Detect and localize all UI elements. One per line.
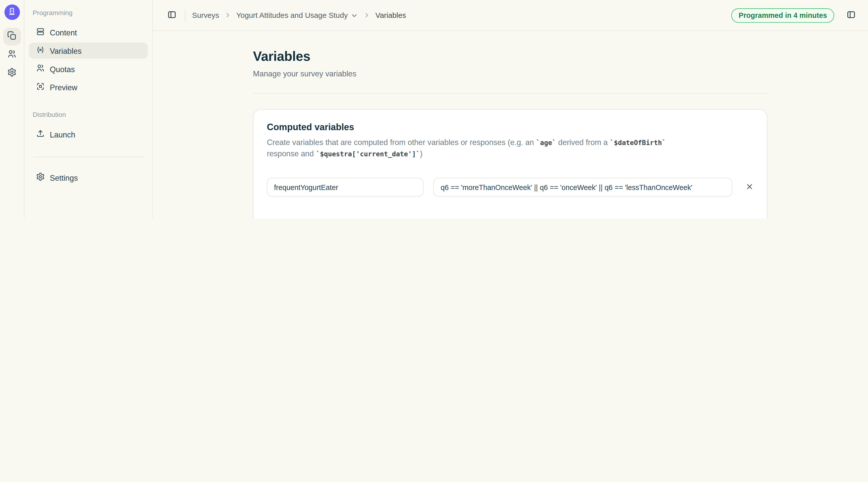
icon-rail: D N xyxy=(0,0,24,219)
breadcrumb-study-label: Yogurt Attitudes and Usage Study xyxy=(236,11,348,19)
computed-variables-description: Create variables that are computed from … xyxy=(267,138,753,159)
gear-icon xyxy=(7,68,17,79)
app-root: D N Programming Content Variables Quotas… xyxy=(0,0,868,219)
remove-variable-button[interactable] xyxy=(742,180,757,194)
programmed-time-badge[interactable]: Programmed in 4 minutes xyxy=(732,8,834,22)
sidebar-item-label: Settings xyxy=(50,173,78,182)
computed-variable-rows xyxy=(267,178,753,219)
breadcrumb-study-dropdown[interactable]: Yogurt Attitudes and Usage Study xyxy=(236,11,359,19)
upload-icon xyxy=(36,129,45,140)
sidebar-item-settings[interactable]: Settings xyxy=(29,170,148,185)
variables-icon xyxy=(36,46,45,56)
page-subtitle: Manage your survey variables xyxy=(253,69,767,78)
rail-item-workspace-settings[interactable] xyxy=(3,64,21,82)
users-icon xyxy=(36,64,45,74)
header-right: Programmed in 4 minutes xyxy=(732,7,859,23)
sidebar: Programming Content Variables Quotas Pre… xyxy=(24,0,153,219)
sidebar-item-launch[interactable]: Launch xyxy=(29,126,148,143)
rail-item-audience[interactable] xyxy=(3,46,21,64)
computed-variables-title: Computed variables xyxy=(267,122,753,132)
chevron-down-icon xyxy=(351,11,359,19)
org-logo[interactable] xyxy=(4,4,20,20)
copy-icon xyxy=(7,31,17,42)
content-column: Surveys Yogurt Attitudes and Usage Study… xyxy=(153,0,868,219)
page-title: Variables xyxy=(253,49,767,64)
desc-text: derived from a xyxy=(556,138,610,147)
desc-code-age: `age` xyxy=(536,139,556,147)
sidebar-section-distribution: Distribution xyxy=(29,111,148,119)
scan-icon xyxy=(36,82,45,92)
sidebar-item-preview[interactable]: Preview xyxy=(29,79,148,95)
panel-left-icon xyxy=(167,10,176,21)
gear-icon xyxy=(36,172,45,183)
breadcrumb: Surveys Yogurt Attitudes and Usage Study… xyxy=(192,11,406,19)
users-icon xyxy=(7,49,17,60)
breadcrumb-current: Variables xyxy=(375,11,406,19)
sidebar-item-quotas[interactable]: Quotas xyxy=(29,61,148,77)
variable-name-input[interactable] xyxy=(267,178,424,197)
sidebar-item-label: Variables xyxy=(50,46,82,55)
sidebar-item-label: Preview xyxy=(50,83,78,92)
variable-expression-input[interactable] xyxy=(434,178,733,197)
building-icon xyxy=(8,7,16,18)
sidebar-section-programming: Programming xyxy=(29,9,148,17)
sidebar-item-label: Quotas xyxy=(50,65,74,73)
desc-text: ) xyxy=(420,149,423,157)
desc-code-dateofbirth: `$dateOfBirth` xyxy=(610,139,666,147)
rows-icon xyxy=(36,27,45,38)
desc-text: Create variables that are computed from … xyxy=(267,138,536,147)
header-divider xyxy=(185,9,185,21)
main-content: Variables Manage your survey variables C… xyxy=(153,31,868,219)
page-divider xyxy=(253,93,767,93)
computed-variable-row xyxy=(267,178,753,197)
header: Surveys Yogurt Attitudes and Usage Study… xyxy=(153,0,868,31)
computed-variables-card: Computed variables Create variables that… xyxy=(253,109,767,219)
close-icon xyxy=(746,183,753,192)
chevron-right-icon xyxy=(224,11,231,19)
desc-code-questra: `$questra['current_date']` xyxy=(316,150,420,157)
rail-item-surveys[interactable] xyxy=(3,28,21,46)
right-panel-toggle-button[interactable] xyxy=(843,7,859,23)
sidebar-divider xyxy=(33,157,145,157)
sidebar-toggle-button[interactable] xyxy=(164,7,179,23)
sidebar-item-label: Launch xyxy=(50,130,75,139)
panel-right-icon xyxy=(846,10,856,21)
chevron-right-icon xyxy=(363,11,370,19)
sidebar-item-label: Content xyxy=(50,28,77,37)
desc-text: response and xyxy=(267,149,316,157)
sidebar-item-variables[interactable]: Variables xyxy=(29,43,148,59)
sidebar-item-content[interactable]: Content xyxy=(29,24,148,40)
breadcrumb-surveys[interactable]: Surveys xyxy=(192,11,219,19)
